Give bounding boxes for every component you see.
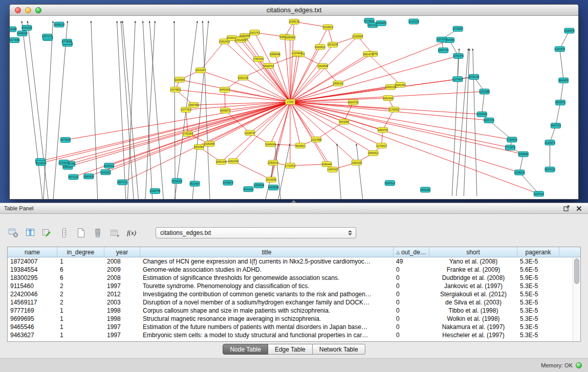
graph-node[interactable]: 15533155 (328, 42, 338, 47)
graph-node[interactable]: 22622139 (238, 75, 249, 80)
graph-node[interactable]: 11097311 (534, 191, 544, 196)
network-canvas[interactable]: 2061442421706522109637021274042715950511… (10, 16, 578, 199)
graph-node[interactable]: 12374846 (292, 51, 302, 56)
zoom-window-button[interactable] (35, 7, 41, 13)
graph-node[interactable]: 9779888 (62, 39, 72, 45)
graph-node[interactable]: 21706522 (389, 107, 400, 112)
graph-node[interactable]: 11301579 (555, 47, 565, 52)
graph-node[interactable]: 20409513 (315, 45, 325, 50)
graph-node[interactable]: 21410108 (408, 19, 419, 24)
graph-node[interactable]: 18614276 (363, 52, 374, 57)
graph-node[interactable]: 13869878 (376, 20, 386, 26)
table-selector-dropdown[interactable]: citations_edges.txt (156, 227, 356, 238)
network-graph[interactable]: 2061442421706522109637021274042715950511… (10, 16, 578, 199)
graph-node[interactable]: 10302635 (21, 25, 32, 30)
graph-node[interactable]: 9618921 (295, 143, 305, 148)
graph-node[interactable]: 12070888 (479, 89, 490, 94)
graph-edge[interactable] (290, 40, 449, 102)
graph-node[interactable]: 15783057 (452, 26, 463, 31)
graph-edge[interactable] (290, 56, 459, 102)
table-row[interactable]: 946362711997Embryonic stem cells: a mode… (8, 331, 573, 339)
graph-edge[interactable] (560, 49, 563, 80)
graph-node[interactable]: 17719701 (285, 163, 296, 168)
graph-node[interactable]: 12236797 (245, 130, 255, 136)
table-row[interactable]: 1456911722003Disruption of a novel membe… (8, 298, 573, 307)
graph-node[interactable]: 16843728 (348, 100, 359, 105)
graph-node[interactable]: 20229054 (36, 161, 47, 166)
graph-edge[interactable] (66, 102, 290, 140)
table-row[interactable]: 946554611997Estimation of the future num… (8, 323, 573, 331)
graph-node[interactable]: 17719878 (505, 145, 516, 150)
table-row[interactable]: 1872400712008Changes of HCN gene express… (8, 257, 573, 266)
graph-node[interactable]: 18059233 (54, 22, 64, 27)
graph-edge[interactable] (290, 21, 294, 102)
graph-node[interactable]: 12088878 (564, 28, 575, 33)
graph-edge[interactable] (193, 102, 290, 105)
graph-edge[interactable] (53, 21, 68, 199)
graph-node[interactable]: 18389082 (285, 35, 296, 40)
graph-node[interactable]: 18028702 (264, 63, 274, 69)
graph-edge[interactable] (290, 54, 299, 102)
graph-edge[interactable] (149, 21, 163, 199)
table-row[interactable]: 977716911998Corpus callosum shape and si… (8, 307, 573, 315)
graph-node[interactable]: 22989682 (518, 151, 529, 157)
graph-node[interactable]: 22039897 (175, 77, 185, 82)
graph-edge[interactable] (245, 36, 290, 102)
graph-node[interactable]: 14936598 (268, 185, 279, 190)
graph-node[interactable]: 17934513 (507, 137, 517, 142)
graph-node[interactable]: 19765574 (223, 180, 233, 185)
graph-node[interactable]: 13500219 (268, 160, 278, 165)
graph-node[interactable]: 15076119 (545, 167, 555, 172)
column-header-title[interactable]: title (140, 247, 394, 257)
graph-node[interactable]: 16573371 (42, 34, 53, 39)
graph-edge[interactable] (232, 38, 290, 102)
graph-node[interactable]: 16762130 (469, 74, 480, 79)
graph-edge[interactable] (174, 21, 175, 199)
graph-node[interactable]: 12929899 (254, 183, 265, 188)
graph-node[interactable]: 14551451 (420, 187, 431, 192)
graph-node[interactable]: 13762478 (453, 53, 464, 58)
graph-node[interactable]: 8550576 (555, 100, 565, 105)
delete-table-button[interactable] (92, 227, 104, 239)
graph-node[interactable]: 20067913 (385, 181, 396, 186)
graph-node[interactable]: 11477912 (181, 107, 191, 112)
graph-node[interactable]: 12740427 (376, 143, 387, 148)
graph-node[interactable]: 13186100 (514, 170, 525, 175)
graph-edge[interactable] (64, 102, 290, 163)
graph-edge[interactable] (186, 110, 188, 134)
graph-node[interactable]: 11454813 (104, 163, 115, 168)
column-header-short[interactable]: short (429, 247, 517, 257)
graph-node[interactable]: 9043296 (339, 119, 349, 124)
graph-edge[interactable] (290, 102, 524, 154)
graph-node[interactable]: 13329973 (545, 140, 555, 145)
graph-node[interactable]: 19447311 (551, 123, 561, 128)
graph-edge[interactable] (290, 102, 316, 140)
minimize-window-button[interactable] (25, 7, 31, 13)
graph-node[interactable]: 13697482 (188, 102, 199, 107)
graph-node[interactable]: 14274823 (170, 87, 181, 92)
graph-edge[interactable] (278, 144, 290, 199)
tab-edge-table[interactable]: Edge Table (268, 344, 313, 355)
graph-node[interactable]: 20614424 (383, 96, 394, 101)
graph-node[interactable]: 15950511 (368, 150, 379, 156)
graph-center-node[interactable]: 17240 (286, 99, 295, 104)
graph-edge[interactable] (22, 21, 43, 199)
table-row[interactable]: 969969511998Structural magnetic resonanc… (8, 315, 573, 323)
graph-edge[interactable] (519, 172, 539, 194)
graph-edge[interactable] (290, 102, 300, 146)
graph-node[interactable]: 21872757 (249, 30, 260, 35)
graph-node[interactable]: 19903435 (83, 174, 94, 179)
graph-edge[interactable] (127, 21, 135, 199)
graph-edge[interactable] (290, 102, 512, 140)
graph-node[interactable]: 21933289 (10, 27, 17, 32)
table-row[interactable]: 911546021997Tourette syndrome. Phenomeno… (8, 282, 573, 290)
graph-node[interactable]: 11961428 (352, 160, 362, 165)
table-row[interactable]: 2242004622012Investigating the contribut… (8, 290, 573, 298)
graph-node[interactable]: 15116066 (266, 177, 277, 182)
row-selection-button[interactable] (58, 227, 70, 239)
graph-edge[interactable] (28, 21, 48, 199)
graph-node[interactable]: 18277211 (117, 180, 128, 185)
graph-edge[interactable] (337, 144, 341, 199)
graph-edge[interactable] (241, 40, 290, 102)
scrollbar-thumb[interactable] (574, 258, 579, 284)
